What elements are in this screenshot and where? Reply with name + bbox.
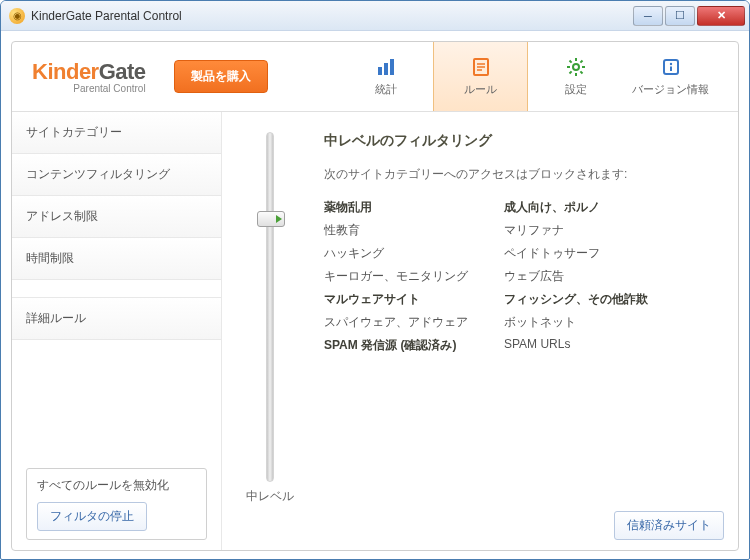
category-item: ボットネット — [504, 314, 648, 331]
tab-rules-label: ルール — [464, 82, 497, 97]
svg-rect-0 — [378, 67, 382, 75]
stats-icon — [375, 56, 397, 78]
sidebar-item-categories[interactable]: サイトカテゴリー — [12, 112, 221, 154]
category-item: ハッキング — [324, 245, 468, 262]
category-item: マリファナ — [504, 222, 648, 239]
category-item: スパイウェア、アドウェア — [324, 314, 468, 331]
rules-icon — [470, 56, 492, 78]
logo-part2: Gate — [99, 59, 146, 84]
info-icon — [660, 56, 682, 78]
category-item: マルウェアサイト — [324, 291, 468, 308]
tab-settings-label: 設定 — [565, 82, 587, 97]
logo-part1: Kinder — [32, 59, 99, 84]
frame: KinderGate Parental Control 製品を購入 統計 — [1, 31, 749, 560]
category-item: SPAM 発信源 (確認済み) — [324, 337, 468, 354]
level-slider-track[interactable] — [266, 132, 274, 482]
level-slider-area: 中レベル — [240, 132, 300, 538]
sidebar-item-content-filter[interactable]: コンテンツフィルタリング — [12, 154, 221, 196]
trusted-sites-button[interactable]: 信頼済みサイト — [614, 511, 724, 540]
sidebar-separator — [12, 280, 221, 298]
filter-details: 中レベルのフィルタリング 次のサイトカテゴリーへのアクセスはブロックされます: … — [300, 132, 714, 538]
disable-rules-box: すべてのルールを無効化 フィルタの停止 — [26, 468, 207, 540]
main-panel: KinderGate Parental Control 製品を購入 統計 — [11, 41, 739, 551]
sidebar: サイトカテゴリー コンテンツフィルタリング アドレス制限 時間制限 詳細ルール … — [12, 112, 222, 550]
gear-icon — [565, 56, 587, 78]
tabs: 統計 ルール 設定 — [338, 42, 718, 111]
logo-subtitle: Parental Control — [32, 83, 146, 94]
sidebar-item-advanced[interactable]: 詳細ルール — [12, 298, 221, 340]
category-col-1: 薬物乱用性教育ハッキングキーロガー、モニタリングマルウェアサイトスパイウェア、ア… — [324, 199, 468, 354]
category-item: ペイドトゥサーフ — [504, 245, 648, 262]
category-columns: 薬物乱用性教育ハッキングキーロガー、モニタリングマルウェアサイトスパイウェア、ア… — [324, 199, 714, 354]
buy-button[interactable]: 製品を購入 — [174, 60, 268, 93]
filter-subheading: 次のサイトカテゴリーへのアクセスはブロックされます: — [324, 166, 714, 183]
tab-stats[interactable]: 統計 — [338, 42, 433, 111]
svg-line-15 — [580, 61, 582, 63]
close-button[interactable]: ✕ — [697, 6, 745, 26]
svg-line-13 — [580, 71, 582, 73]
category-item: 成人向け、ポルノ — [504, 199, 648, 216]
logo: KinderGate Parental Control — [32, 59, 146, 94]
svg-line-12 — [569, 61, 571, 63]
content-area: 中レベル 中レベルのフィルタリング 次のサイトカテゴリーへのアクセスはブロックさ… — [222, 112, 738, 550]
category-col-2: 成人向け、ポルノマリファナペイドトゥサーフウェブ広告フィッシング、その他詐欺ボッ… — [504, 199, 648, 354]
category-item: キーロガー、モニタリング — [324, 268, 468, 285]
filter-heading: 中レベルのフィルタリング — [324, 132, 714, 150]
svg-line-14 — [569, 71, 571, 73]
app-window: ◉ KinderGate Parental Control ─ ☐ ✕ Kind… — [0, 0, 750, 560]
svg-point-17 — [669, 63, 671, 65]
level-slider-label: 中レベル — [246, 488, 294, 505]
header: KinderGate Parental Control 製品を購入 統計 — [12, 42, 738, 112]
level-slider-thumb[interactable] — [257, 211, 285, 227]
titlebar: ◉ KinderGate Parental Control ─ ☐ ✕ — [1, 1, 749, 31]
tab-version-label: バージョン情報 — [632, 82, 709, 97]
svg-point-7 — [573, 64, 579, 70]
sidebar-item-address-limit[interactable]: アドレス制限 — [12, 196, 221, 238]
stop-filter-button[interactable]: フィルタの停止 — [37, 502, 147, 531]
svg-rect-1 — [384, 63, 388, 75]
sidebar-item-time-limit[interactable]: 時間制限 — [12, 238, 221, 280]
tab-stats-label: 統計 — [375, 82, 397, 97]
tab-version[interactable]: バージョン情報 — [623, 42, 718, 111]
window-title: KinderGate Parental Control — [31, 9, 631, 23]
window-controls: ─ ☐ ✕ — [631, 6, 745, 26]
body: サイトカテゴリー コンテンツフィルタリング アドレス制限 時間制限 詳細ルール … — [12, 112, 738, 550]
category-item: ウェブ広告 — [504, 268, 648, 285]
category-item: 性教育 — [324, 222, 468, 239]
app-icon: ◉ — [9, 8, 25, 24]
maximize-button[interactable]: ☐ — [665, 6, 695, 26]
minimize-button[interactable]: ─ — [633, 6, 663, 26]
category-item: 薬物乱用 — [324, 199, 468, 216]
category-item: SPAM URLs — [504, 337, 648, 351]
category-item: フィッシング、その他詐欺 — [504, 291, 648, 308]
tab-rules[interactable]: ルール — [433, 42, 528, 111]
svg-rect-2 — [390, 59, 394, 75]
disable-rules-title: すべてのルールを無効化 — [37, 477, 196, 494]
tab-settings[interactable]: 設定 — [528, 42, 623, 111]
